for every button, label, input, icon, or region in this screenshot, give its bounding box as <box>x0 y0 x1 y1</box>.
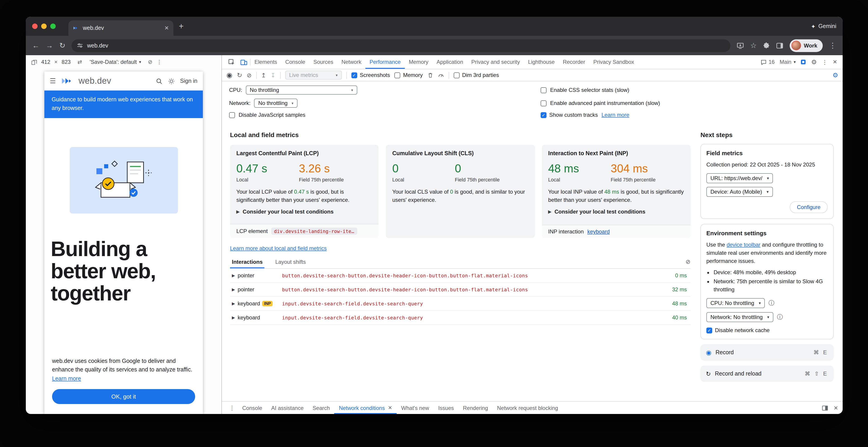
forward-button[interactable]: → <box>46 42 53 49</box>
throttling-gauge-icon[interactable] <box>438 72 444 78</box>
viewport-width[interactable]: 412 <box>41 59 50 65</box>
drawer-tab-issues[interactable]: Issues <box>434 402 458 414</box>
sign-in-link[interactable]: Sign in <box>180 78 197 84</box>
inspect-element-icon[interactable] <box>225 59 238 65</box>
bookmark-star-icon[interactable]: ☆ <box>750 42 757 49</box>
drawer-menu-kebab[interactable]: ⋮ <box>226 405 238 411</box>
record-and-reload-button[interactable]: ↻ Record and reload ⌘ ⇧ E <box>701 366 834 382</box>
close-window-button[interactable] <box>32 24 38 29</box>
search-icon[interactable] <box>156 78 162 84</box>
tab-close-icon[interactable]: ✕ <box>164 25 169 31</box>
metrics-learn-more-link[interactable]: Learn more about local and field metrics <box>230 245 327 251</box>
drawer-tab-network-conditions[interactable]: Network conditions ✕ <box>334 402 397 414</box>
drawer-tab-network-request-blocking[interactable]: Network request blocking <box>493 402 563 414</box>
expander-arrow-icon[interactable]: ▶ <box>232 273 235 278</box>
configure-button[interactable]: Configure <box>790 201 828 213</box>
interaction-row[interactable]: ▶ pointer button.devsite-search-button.d… <box>230 269 690 283</box>
tab-elements[interactable]: Elements <box>250 55 281 69</box>
custom-tracks-learn-more-link[interactable]: Learn more <box>601 112 629 118</box>
tab-network[interactable]: Network <box>337 55 365 69</box>
info-icon[interactable]: ⓘ <box>777 313 783 321</box>
site-logo-text[interactable]: web.dev <box>79 76 111 86</box>
clear-icon[interactable]: ⊘ <box>247 72 252 78</box>
console-messages-button[interactable]: 16 <box>761 59 775 65</box>
save-data-select[interactable]: 'Save-Data': default ▾ <box>90 59 141 65</box>
tab-recorder[interactable]: Recorder <box>559 55 589 69</box>
panel-settings-gear-icon[interactable]: ⚙ <box>833 71 838 79</box>
main-context-select[interactable]: Main ▾ <box>780 59 796 65</box>
reload-button[interactable]: ↻ <box>59 42 65 49</box>
device-toolbar-kebab[interactable]: ⋮ <box>156 59 162 65</box>
tab-privacy-security[interactable]: Privacy and security <box>467 55 524 69</box>
drawer-tab-ai-assistance[interactable]: AI assistance <box>267 402 308 414</box>
sidebar-cpu-select[interactable]: CPU: No throttling ▾ <box>706 298 765 308</box>
settings-gear-icon[interactable]: ⚙ <box>811 58 817 66</box>
profile-button[interactable]: Work <box>790 39 823 52</box>
inp-test-conditions-expander[interactable]: ▶ Consider your local test conditions <box>548 209 684 215</box>
close-devtools-icon[interactable]: ✕ <box>833 59 837 65</box>
throttling-icon[interactable]: ⊘ <box>148 59 152 65</box>
tab-interactions[interactable]: Interactions <box>230 255 265 268</box>
disable-network-cache-checkbox[interactable]: ✓ Disable network cache <box>706 327 828 334</box>
inp-interaction-link[interactable]: keyboard <box>587 229 610 235</box>
cpu-throttling-select[interactable]: No throttling ▾ <box>246 85 357 95</box>
tab-memory[interactable]: Memory <box>405 55 433 69</box>
interaction-row[interactable]: ▶ keyboard input.devsite-search-field.de… <box>230 311 690 325</box>
drawer-tab-console[interactable]: Console <box>238 402 267 414</box>
cookie-accept-button[interactable]: OK, got it <box>52 389 195 404</box>
lcp-element-chip[interactable]: div.devsite-landing-row-item-d… <box>271 228 357 235</box>
device-toolbar-link[interactable]: device toolbar <box>726 242 760 248</box>
browser-menu-kebab[interactable]: ⋮ <box>829 42 836 49</box>
rotate-icon[interactable]: ⇄ <box>78 59 82 65</box>
info-icon[interactable]: ⓘ <box>768 299 774 307</box>
promo-banner[interactable]: Guidance to build modern web experiences… <box>44 91 203 118</box>
interaction-row[interactable]: ▶ pointer button.devsite-search-button.d… <box>230 283 690 297</box>
dim-3rd-parties-checkbox[interactable]: Dim 3rd parties <box>454 72 499 78</box>
side-panel-icon[interactable] <box>776 42 783 49</box>
record-icon[interactable]: ◉ <box>226 71 232 79</box>
cookie-learn-more-link[interactable]: Learn more <box>52 375 81 382</box>
viewport-height[interactable]: 823 <box>62 59 71 65</box>
devtools-menu-kebab[interactable]: ⋮ <box>822 59 828 65</box>
field-url-select[interactable]: URL: https://web.dev/ ▾ <box>706 173 773 183</box>
tab-sources[interactable]: Sources <box>309 55 337 69</box>
collect-garbage-icon[interactable] <box>427 72 433 78</box>
network-throttling-select[interactable]: No throttling ▾ <box>254 99 298 108</box>
css-selector-stats-checkbox[interactable]: Enable CSS selector stats (slow) <box>540 87 835 93</box>
extensions-puzzle-icon[interactable] <box>763 42 770 49</box>
tab-lighthouse[interactable]: Lighthouse <box>524 55 559 69</box>
main-target-icon[interactable] <box>801 59 806 65</box>
advanced-paint-checkbox[interactable]: Enable advanced paint instrumentation (s… <box>540 100 835 106</box>
webdev-logo-icon[interactable] <box>61 77 73 85</box>
minimize-window-button[interactable] <box>41 24 46 29</box>
install-icon[interactable] <box>737 42 744 49</box>
show-custom-tracks-checkbox[interactable]: ✓ Show custom tracks <box>540 112 598 118</box>
screenshots-checkbox[interactable]: ✓ Screenshots <box>351 72 390 78</box>
drawer-tab-rendering[interactable]: Rendering <box>459 402 493 414</box>
theme-toggle-icon[interactable] <box>168 78 175 84</box>
save-profile-icon[interactable]: ↧ <box>271 72 276 78</box>
drawer-tab-whats-new[interactable]: What's new <box>397 402 434 414</box>
back-button[interactable]: ← <box>32 42 39 49</box>
interaction-row[interactable]: ▶ keyboard INP input.devsite-search-fiel… <box>230 297 690 311</box>
expander-arrow-icon[interactable]: ▶ <box>232 287 235 292</box>
record-button[interactable]: ◉ Record ⌘ E <box>701 344 834 360</box>
address-bar[interactable]: web.dev <box>72 39 730 52</box>
zoom-window-button[interactable] <box>50 24 56 29</box>
load-profile-icon[interactable]: ↥ <box>261 72 266 78</box>
tab-privacy-sandbox[interactable]: Privacy Sandbox <box>589 55 638 69</box>
browser-tab[interactable]: web.dev ✕ <box>68 20 174 36</box>
tab-console[interactable]: Console <box>281 55 309 69</box>
tab-application[interactable]: Application <box>432 55 467 69</box>
new-tab-button[interactable]: + <box>179 22 184 31</box>
expander-arrow-icon[interactable]: ▶ <box>232 301 235 306</box>
history-select[interactable]: Live metrics ▾ <box>285 71 342 80</box>
device-toolbar-icon[interactable] <box>238 59 250 65</box>
close-drawer-icon[interactable]: ✕ <box>834 405 838 411</box>
panel-layout-icon[interactable] <box>822 405 828 411</box>
expander-arrow-icon[interactable]: ▶ <box>232 315 235 320</box>
drawer-tab-search[interactable]: Search <box>308 402 334 414</box>
site-settings-icon[interactable] <box>77 42 83 48</box>
sidebar-network-select[interactable]: Network: No throttling ▾ <box>706 312 773 322</box>
responsive-dimensions-icon[interactable] <box>31 59 37 65</box>
